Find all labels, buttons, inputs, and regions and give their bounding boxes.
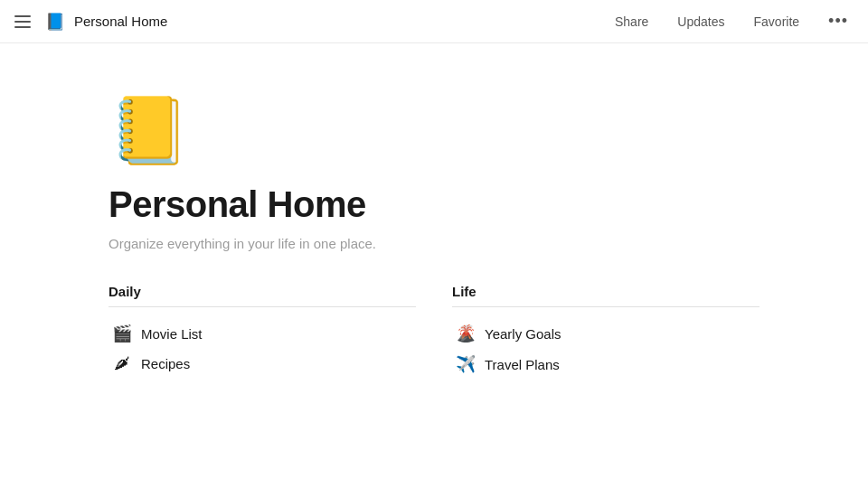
favorite-button[interactable]: Favorite [749, 11, 806, 33]
list-item-yearly-goals[interactable]: 🌋 Yearly Goals [452, 318, 760, 349]
section-grid: Daily 🎬 Movie List 🌶 Recipes Life 🌋 Year… [108, 284, 760, 380]
menu-button[interactable] [14, 11, 36, 33]
list-item-movie-list[interactable]: 🎬 Movie List [108, 318, 416, 349]
travel-plans-icon: ✈️ [456, 354, 476, 374]
top-bar-right: Share Updates Favorite ••• [609, 8, 854, 34]
section-life-header: Life [452, 284, 760, 307]
movie-list-icon: 🎬 [112, 324, 132, 343]
top-bar: 📘 Personal Home Share Updates Favorite •… [0, 0, 868, 43]
top-bar-left: 📘 Personal Home [14, 11, 167, 33]
section-life: Life 🌋 Yearly Goals ✈️ Travel Plans [452, 284, 760, 380]
yearly-goals-label: Yearly Goals [485, 326, 561, 342]
yearly-goals-icon: 🌋 [456, 324, 476, 343]
list-item-recipes[interactable]: 🌶 Recipes [108, 349, 416, 379]
page-emoji: 📒 [108, 98, 760, 163]
section-daily: Daily 🎬 Movie List 🌶 Recipes [108, 284, 416, 380]
more-button[interactable]: ••• [823, 8, 854, 34]
page-nav-icon: 📘 [45, 12, 65, 32]
recipes-label: Recipes [141, 356, 190, 371]
travel-plans-label: Travel Plans [485, 357, 560, 372]
updates-button[interactable]: Updates [672, 11, 730, 33]
recipes-icon: 🌶 [112, 354, 132, 373]
list-item-travel-plans[interactable]: ✈️ Travel Plans [452, 349, 760, 380]
page-nav-title: Personal Home [74, 14, 167, 29]
share-button[interactable]: Share [609, 11, 654, 33]
section-daily-header: Daily [108, 284, 416, 307]
page-subtitle: Organize everything in your life in one … [108, 236, 760, 251]
movie-list-label: Movie List [141, 326, 203, 342]
page-heading: Personal Home [108, 184, 760, 225]
main-content: 📒 Personal Home Organize everything in y… [0, 43, 868, 488]
